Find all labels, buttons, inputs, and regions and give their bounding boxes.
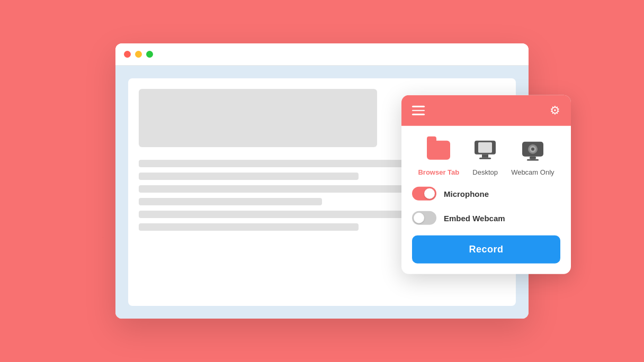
content-line: [139, 160, 414, 167]
desktop-icon-wrap: [471, 137, 499, 164]
browser-tab-label: Browser Tab: [418, 168, 459, 176]
webcam-icon: [521, 140, 544, 161]
mode-option-browser-tab[interactable]: Browser Tab: [418, 137, 459, 176]
content-line: [139, 198, 322, 205]
svg-rect-2: [482, 155, 488, 158]
webcam-icon-wrap: [519, 137, 547, 164]
content-line: [139, 173, 359, 180]
content-line: [139, 185, 414, 193]
embed-webcam-toggle[interactable]: [412, 211, 436, 225]
desktop-label: Desktop: [472, 168, 498, 176]
microphone-toggle-knob: [424, 188, 435, 199]
content-block-large: [139, 89, 377, 147]
mode-options: Browser Tab Desktop: [412, 137, 560, 176]
popup-header: ⚙: [401, 95, 571, 126]
microphone-toggle[interactable]: [412, 187, 436, 201]
embed-webcam-label: Embed Webcam: [444, 213, 505, 222]
webcam-only-label: Webcam Only: [511, 168, 554, 176]
dot-red: [124, 51, 131, 58]
record-button[interactable]: Record: [412, 236, 560, 264]
folder-icon: [427, 141, 450, 160]
dot-yellow: [135, 51, 142, 58]
mode-option-webcam[interactable]: Webcam Only: [511, 137, 554, 176]
mode-option-desktop[interactable]: Desktop: [471, 137, 499, 176]
svg-rect-8: [530, 157, 536, 159]
monitor-icon: [473, 140, 497, 161]
embed-webcam-toggle-row: Embed Webcam: [412, 211, 560, 225]
popup-body: Browser Tab Desktop: [401, 126, 571, 274]
hamburger-menu-icon[interactable]: [412, 106, 425, 115]
content-line: [139, 223, 359, 231]
hamburger-line: [412, 110, 425, 112]
scene: ⚙ Browser Tab: [31, 22, 613, 340]
svg-point-7: [531, 148, 534, 151]
dot-green: [146, 51, 153, 58]
browser-titlebar: [115, 43, 529, 66]
hamburger-line: [412, 114, 425, 115]
svg-rect-1: [478, 142, 492, 153]
microphone-toggle-row: Microphone: [412, 187, 560, 201]
recording-popup: ⚙ Browser Tab: [401, 95, 571, 274]
svg-rect-3: [479, 158, 491, 159]
content-line: [139, 211, 414, 218]
hamburger-line: [412, 106, 425, 107]
svg-rect-9: [527, 159, 539, 161]
embed-webcam-toggle-knob: [414, 213, 424, 223]
settings-gear-icon[interactable]: ⚙: [550, 104, 560, 117]
microphone-label: Microphone: [444, 189, 489, 198]
browser-tab-icon-wrap: [425, 137, 452, 164]
